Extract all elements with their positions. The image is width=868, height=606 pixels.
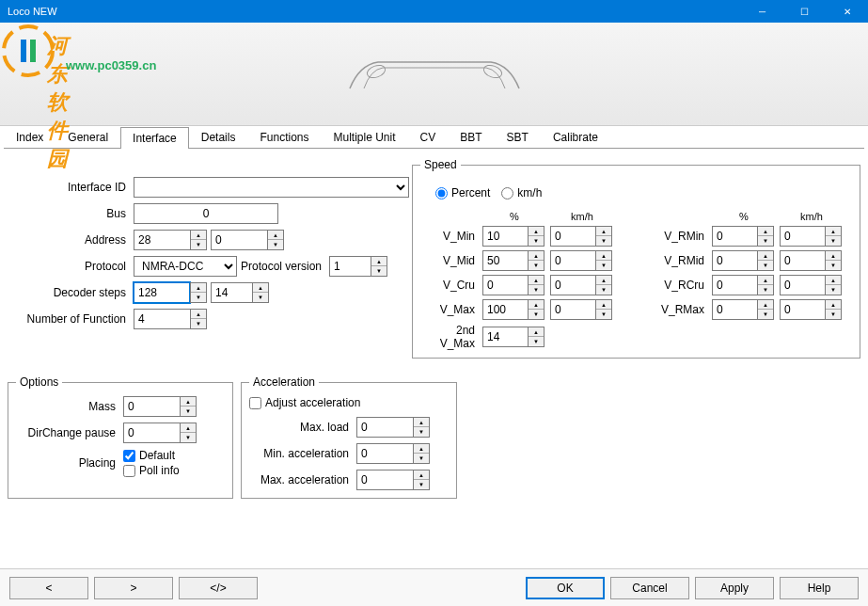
dirchange-up[interactable]: ▲ [181, 423, 196, 433]
tab-multiple-unit[interactable]: Multiple Unit [321, 126, 407, 148]
tab-index[interactable]: Index [4, 126, 55, 148]
vcru-kmh-input[interactable] [550, 275, 595, 295]
v2max-down[interactable]: ▼ [529, 337, 544, 346]
maxload-down[interactable]: ▼ [414, 427, 429, 437]
vrmax-kmh-down[interactable]: ▼ [826, 310, 841, 319]
tab-details[interactable]: Details [189, 126, 248, 148]
vmin-pct-down[interactable]: ▼ [529, 236, 544, 246]
cancel-button[interactable]: Cancel [610, 577, 689, 599]
maxload-input[interactable] [356, 417, 413, 438]
ok-button[interactable]: OK [526, 577, 605, 599]
address1-input[interactable] [134, 230, 190, 250]
kmh-radio-label[interactable]: km/h [501, 186, 542, 199]
vmax-kmh-input[interactable] [550, 299, 595, 320]
dirchange-input[interactable] [123, 423, 180, 443]
vrmin-kmh-up[interactable]: ▲ [826, 227, 841, 236]
vrmin-pct-down[interactable]: ▼ [758, 236, 773, 246]
vmid-pct-down[interactable]: ▼ [529, 261, 544, 270]
vrcru-pct-up[interactable]: ▲ [758, 276, 773, 285]
vcru-pct-up[interactable]: ▲ [529, 276, 544, 285]
default-checkbox[interactable] [123, 450, 135, 462]
decoder-steps2-input[interactable] [211, 282, 252, 303]
percent-radio-label[interactable]: Percent [435, 186, 490, 199]
next-button[interactable]: > [94, 577, 173, 599]
vmid-pct-up[interactable]: ▲ [529, 251, 544, 261]
vrmax-kmh-input[interactable] [780, 299, 825, 320]
address1-down[interactable]: ▼ [191, 240, 206, 249]
vrmid-pct-input[interactable] [712, 250, 757, 271]
vcru-kmh-up[interactable]: ▲ [596, 276, 611, 285]
percent-radio[interactable] [435, 187, 448, 199]
protocol-select[interactable]: NMRA-DCC [134, 256, 237, 277]
v2max-input[interactable] [482, 327, 528, 347]
vrmax-pct-down[interactable]: ▼ [758, 310, 773, 319]
vrmin-kmh-down[interactable]: ▼ [826, 236, 841, 246]
bus-input[interactable] [134, 203, 278, 224]
minimize-button[interactable]: ─ [741, 0, 783, 23]
vrmax-pct-input[interactable] [712, 299, 757, 320]
vmax-pct-input[interactable] [482, 299, 528, 320]
tab-functions[interactable]: Functions [247, 126, 321, 148]
minaccel-input[interactable] [356, 443, 413, 464]
vrmax-pct-up[interactable]: ▲ [758, 300, 773, 310]
vrcru-kmh-up[interactable]: ▲ [826, 276, 841, 285]
vrmid-kmh-up[interactable]: ▲ [826, 251, 841, 261]
mass-down[interactable]: ▼ [181, 407, 196, 416]
v2max-up[interactable]: ▲ [529, 327, 544, 337]
vrcru-pct-input[interactable] [712, 275, 757, 295]
tab-sbt[interactable]: SBT [495, 126, 541, 148]
close-button[interactable]: ✕ [826, 0, 868, 23]
vrmid-pct-up[interactable]: ▲ [758, 251, 773, 261]
vrmax-kmh-up[interactable]: ▲ [826, 300, 841, 310]
vmin-kmh-up[interactable]: ▲ [596, 227, 611, 236]
vmid-kmh-input[interactable] [550, 250, 595, 271]
vrmin-pct-up[interactable]: ▲ [758, 227, 773, 236]
decoder-steps1-input[interactable] [134, 282, 190, 303]
help-button[interactable]: Help [780, 577, 859, 599]
vrmin-pct-input[interactable] [712, 226, 757, 247]
protocol-version-up[interactable]: ▲ [371, 257, 387, 266]
num-func-down[interactable]: ▼ [191, 319, 206, 328]
vmax-pct-up[interactable]: ▲ [529, 300, 544, 310]
vmax-kmh-up[interactable]: ▲ [596, 300, 611, 310]
vmin-kmh-input[interactable] [550, 226, 595, 247]
protocol-version-down[interactable]: ▼ [371, 266, 387, 276]
vmin-pct-input[interactable] [482, 226, 528, 247]
mass-up[interactable]: ▲ [181, 397, 196, 407]
adjust-accel-checkbox[interactable] [249, 397, 261, 409]
vmin-pct-up[interactable]: ▲ [529, 227, 544, 236]
minaccel-up[interactable]: ▲ [414, 444, 429, 454]
vrcru-kmh-input[interactable] [780, 275, 825, 295]
vmin-kmh-down[interactable]: ▼ [596, 236, 611, 246]
maxaccel-down[interactable]: ▼ [414, 480, 429, 489]
pollinfo-checkbox[interactable] [123, 465, 135, 477]
vcru-kmh-down[interactable]: ▼ [596, 285, 611, 295]
minaccel-down[interactable]: ▼ [414, 454, 429, 463]
tab-calibrate[interactable]: Calibrate [541, 126, 610, 148]
apply-button[interactable]: Apply [695, 577, 774, 599]
tab-interface[interactable]: Interface [120, 127, 189, 149]
vrcru-pct-down[interactable]: ▼ [758, 285, 773, 295]
maximize-button[interactable]: ☐ [783, 0, 826, 23]
vrmid-kmh-down[interactable]: ▼ [826, 261, 841, 270]
vmax-pct-down[interactable]: ▼ [529, 310, 544, 319]
vmid-pct-input[interactable] [482, 250, 528, 271]
address2-down[interactable]: ▼ [268, 240, 283, 249]
tab-general[interactable]: General [55, 126, 120, 148]
vmid-kmh-down[interactable]: ▼ [596, 261, 611, 270]
vcru-pct-input[interactable] [482, 275, 528, 295]
tab-bbt[interactable]: BBT [448, 126, 494, 148]
vrmin-kmh-input[interactable] [780, 226, 825, 247]
vmid-kmh-up[interactable]: ▲ [596, 251, 611, 261]
tab-cv[interactable]: CV [408, 126, 449, 148]
dirchange-down[interactable]: ▼ [181, 433, 196, 442]
maxload-up[interactable]: ▲ [414, 418, 429, 427]
protocol-version-input[interactable] [329, 256, 371, 277]
maxaccel-input[interactable] [356, 470, 413, 490]
vmax-kmh-down[interactable]: ▼ [596, 310, 611, 319]
decoder-steps2-down[interactable]: ▼ [253, 293, 268, 302]
address2-input[interactable] [211, 230, 267, 250]
vcru-pct-down[interactable]: ▼ [529, 285, 544, 295]
mass-input[interactable] [123, 396, 180, 417]
decoder-steps1-down[interactable]: ▼ [191, 293, 206, 302]
